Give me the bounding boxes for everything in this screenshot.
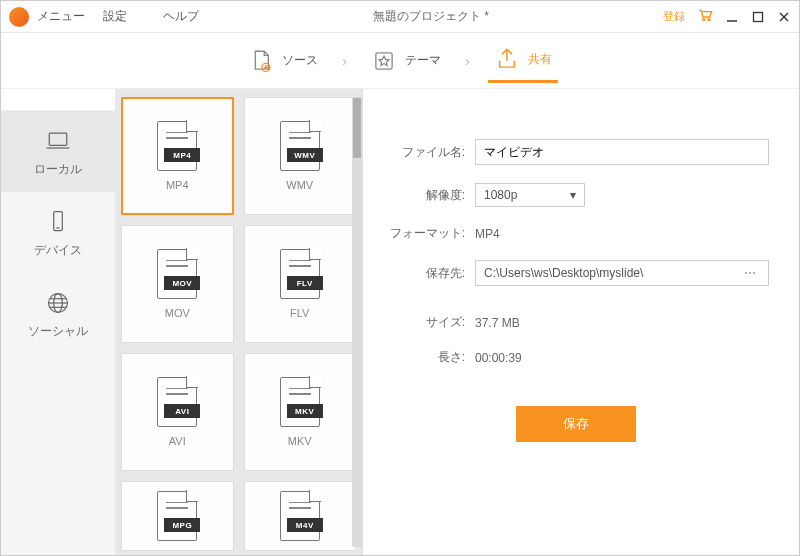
chevron-icon: › — [342, 53, 347, 69]
sidebar-device-label: デバイス — [34, 242, 82, 259]
cart-icon[interactable] — [697, 8, 713, 25]
saveto-path[interactable]: C:\Users\ws\Desktop\myslide\ ⋯ — [475, 260, 769, 286]
svg-point-0 — [703, 19, 705, 21]
format-label: AVI — [169, 435, 186, 447]
phone-icon — [44, 210, 72, 234]
laptop-icon — [44, 129, 72, 153]
resolution-label: 解像度: — [383, 187, 475, 204]
file-icon: MOV — [157, 249, 197, 299]
step-theme-label: テーマ — [405, 52, 441, 69]
minimize-button[interactable] — [725, 10, 739, 24]
size-label: サイズ: — [383, 314, 475, 331]
format-tile-avi[interactable]: AVIAVI — [121, 353, 234, 471]
save-button[interactable]: 保存 — [516, 406, 636, 442]
file-icon: MKV — [280, 377, 320, 427]
svg-rect-10 — [49, 133, 67, 145]
format-value: MP4 — [475, 227, 500, 241]
length-value: 00:00:39 — [475, 351, 522, 365]
dropdown-icon: ▾ — [570, 188, 576, 202]
app-logo — [9, 7, 29, 27]
project-title: 無題のプロジェクト * — [199, 8, 663, 25]
step-source-label: ソース — [282, 52, 318, 69]
format-label: MOV — [165, 307, 190, 319]
globe-icon — [44, 291, 72, 315]
file-icon: WMV — [280, 121, 320, 171]
saveto-value: C:\Users\ws\Desktop\myslide\ — [484, 266, 643, 280]
svg-rect-3 — [754, 12, 763, 21]
file-icon: MP4 — [157, 121, 197, 171]
menu-help[interactable]: ヘルプ — [163, 8, 199, 25]
step-source[interactable]: ソース — [242, 40, 324, 82]
format-label: WMV — [286, 179, 313, 191]
sidebar-top-spacer — [1, 89, 115, 111]
browse-button[interactable]: ⋯ — [740, 266, 760, 280]
filename-input[interactable] — [475, 139, 769, 165]
file-icon: FLV — [280, 249, 320, 299]
filename-label: ファイル名: — [383, 144, 475, 161]
menu-menu[interactable]: メニュー — [37, 8, 85, 25]
step-share[interactable]: 共有 — [488, 38, 558, 83]
format-tile-mp4[interactable]: MP4MP4 — [121, 97, 234, 215]
format-tile-m4v[interactable]: M4V — [244, 481, 357, 551]
close-button[interactable] — [777, 10, 791, 24]
format-tile-wmv[interactable]: WMVWMV — [244, 97, 357, 215]
format-label: フォーマット: — [383, 225, 475, 242]
step-share-label: 共有 — [528, 51, 552, 68]
maximize-button[interactable] — [751, 10, 765, 24]
sidebar-social-label: ソーシャル — [28, 323, 88, 340]
step-theme[interactable]: テーマ — [365, 40, 447, 82]
sidebar-item-device[interactable]: デバイス — [1, 192, 115, 273]
size-value: 37.7 MB — [475, 316, 520, 330]
format-label: FLV — [290, 307, 309, 319]
format-label: MKV — [288, 435, 312, 447]
file-icon: MPG — [157, 491, 197, 541]
resolution-select[interactable]: 1080p ▾ — [475, 183, 585, 207]
sidebar-item-social[interactable]: ソーシャル — [1, 273, 115, 354]
svg-point-1 — [708, 19, 710, 21]
resolution-value: 1080p — [484, 188, 517, 202]
file-icon: M4V — [280, 491, 320, 541]
scrollbar[interactable] — [352, 97, 362, 547]
format-label: MP4 — [166, 179, 189, 191]
format-tile-flv[interactable]: FLVFLV — [244, 225, 357, 343]
format-tile-mkv[interactable]: MKVMKV — [244, 353, 357, 471]
register-link[interactable]: 登録 — [663, 9, 685, 24]
sidebar-item-local[interactable]: ローカル — [1, 111, 115, 192]
menu-settings[interactable]: 設定 — [103, 8, 127, 25]
chevron-icon: › — [465, 53, 470, 69]
length-label: 長さ: — [383, 349, 475, 366]
format-tile-mpg[interactable]: MPG — [121, 481, 234, 551]
sidebar-local-label: ローカル — [34, 161, 82, 178]
format-tile-mov[interactable]: MOVMOV — [121, 225, 234, 343]
saveto-label: 保存先: — [383, 265, 475, 282]
file-icon: AVI — [157, 377, 197, 427]
